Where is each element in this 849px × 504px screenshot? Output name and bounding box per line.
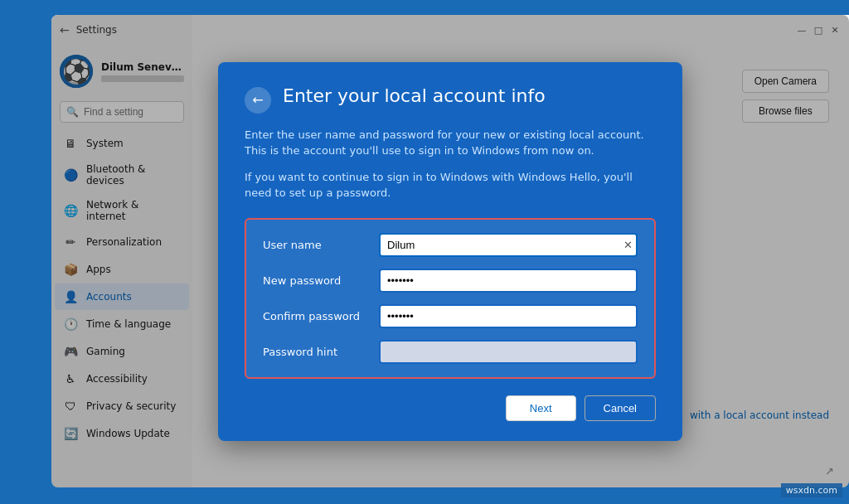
new-password-input-wrap — [379, 269, 638, 293]
hint-input[interactable] — [379, 340, 638, 364]
hint-row: Password hint — [263, 340, 638, 364]
cancel-button[interactable]: Cancel — [585, 395, 656, 421]
confirm-password-input[interactable] — [379, 304, 638, 328]
local-account-dialog: ← Enter your local account info Enter th… — [218, 62, 682, 441]
watermark: wsxdn.com — [781, 483, 842, 497]
confirm-password-label: Confirm password — [263, 310, 379, 322]
username-input-wrap: ✕ — [379, 233, 638, 257]
hint-label: Password hint — [263, 346, 379, 358]
dialog-description: Enter the user name and password for you… — [245, 127, 656, 159]
dialog-footer: Next Cancel — [245, 395, 656, 421]
username-row: User name ✕ — [263, 233, 638, 257]
confirm-password-input-wrap — [379, 304, 638, 328]
new-password-input[interactable] — [379, 269, 638, 293]
username-input[interactable] — [379, 233, 638, 257]
form-area: User name ✕ New password Confirm passwor… — [245, 218, 656, 379]
dialog-note: If you want to continue to sign in to Wi… — [245, 169, 656, 201]
dialog-header: ← Enter your local account info — [245, 85, 656, 114]
username-clear-button[interactable]: ✕ — [623, 240, 633, 250]
confirm-password-row: Confirm password — [263, 304, 638, 328]
hint-input-wrap — [379, 340, 638, 364]
new-password-row: New password — [263, 269, 638, 293]
next-button[interactable]: Next — [506, 395, 576, 421]
dialog-overlay: ← Enter your local account info Enter th… — [51, 15, 849, 487]
username-label: User name — [263, 239, 379, 251]
dialog-back-button[interactable]: ← — [245, 87, 271, 114]
dialog-title: Enter your local account info — [283, 85, 546, 107]
new-password-label: New password — [263, 274, 379, 287]
